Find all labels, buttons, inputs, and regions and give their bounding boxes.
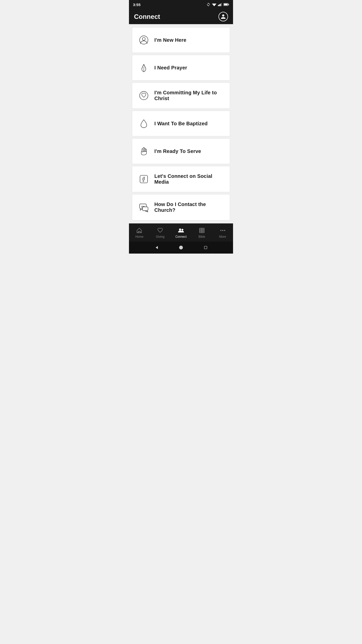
svg-point-25 bbox=[182, 229, 183, 230]
new-here-label: I'm New Here bbox=[154, 37, 186, 43]
more-icon bbox=[219, 227, 226, 234]
svg-point-40 bbox=[179, 246, 183, 250]
wifi-icon bbox=[212, 3, 216, 6]
baptized-label: I Want To Be Baptized bbox=[154, 121, 208, 127]
svg-rect-4 bbox=[221, 3, 222, 6]
contact-item[interactable]: How Do I Contact the Church? bbox=[132, 194, 230, 220]
nav-connect-label: Connect bbox=[175, 235, 187, 238]
need-prayer-item[interactable]: I Need Prayer bbox=[132, 55, 230, 80]
giving-icon bbox=[157, 227, 164, 234]
praying-hands-icon bbox=[138, 62, 149, 73]
svg-marker-39 bbox=[156, 246, 158, 249]
commit-christ-label: I'm Committing My Life to Christ bbox=[154, 90, 224, 101]
svg-rect-6 bbox=[229, 4, 229, 5]
svg-point-24 bbox=[179, 228, 181, 230]
svg-marker-0 bbox=[212, 4, 216, 6]
svg-point-38 bbox=[224, 230, 225, 231]
social-media-item[interactable]: Let's Connect on Social Media bbox=[132, 166, 230, 192]
status-icons bbox=[206, 3, 229, 7]
nav-home[interactable]: Home bbox=[129, 224, 150, 242]
nav-bible[interactable]: Bible bbox=[191, 224, 212, 242]
svg-rect-41 bbox=[204, 246, 207, 249]
need-prayer-label: I Need Prayer bbox=[154, 65, 187, 71]
new-here-item[interactable]: I'm New Here bbox=[132, 27, 230, 53]
profile-avatar-button[interactable] bbox=[218, 12, 228, 21]
nav-connect[interactable]: Connect bbox=[171, 224, 192, 242]
svg-point-37 bbox=[222, 230, 223, 231]
nav-more-label: More bbox=[219, 235, 226, 238]
connect-icon bbox=[177, 227, 185, 234]
facebook-icon bbox=[138, 174, 149, 185]
svg-rect-15 bbox=[142, 149, 143, 152]
svg-point-8 bbox=[140, 36, 148, 44]
svg-rect-21 bbox=[139, 231, 140, 233]
nav-giving-label: Giving bbox=[156, 235, 164, 238]
svg-rect-7 bbox=[224, 4, 228, 5]
back-button[interactable] bbox=[154, 245, 159, 250]
serve-item[interactable]: I'm Ready To Serve bbox=[132, 138, 230, 164]
svg-rect-1 bbox=[218, 5, 219, 6]
nav-giving[interactable]: Giving bbox=[150, 224, 171, 242]
commit-christ-item[interactable]: I'm Committing My Life to Christ bbox=[132, 83, 230, 109]
svg-rect-3 bbox=[220, 4, 221, 6]
serve-label: I'm Ready To Serve bbox=[154, 148, 201, 154]
signal-icon bbox=[218, 3, 222, 6]
nav-more[interactable]: More bbox=[212, 224, 233, 242]
nav-bible-label: Bible bbox=[198, 235, 205, 238]
android-nav-bar bbox=[129, 242, 233, 254]
bible-icon bbox=[198, 227, 205, 234]
home-button[interactable] bbox=[178, 245, 184, 250]
social-media-label: Let's Connect on Social Media bbox=[154, 173, 224, 185]
svg-point-36 bbox=[220, 230, 221, 231]
svg-rect-2 bbox=[219, 4, 220, 6]
person-icon bbox=[220, 14, 226, 19]
svg-point-11 bbox=[140, 91, 148, 100]
nav-home-label: Home bbox=[135, 235, 143, 238]
status-bar: 3:55 bbox=[129, 0, 233, 9]
home-icon bbox=[136, 227, 143, 234]
page-title: Connect bbox=[134, 13, 160, 21]
app-header: Connect bbox=[129, 9, 233, 24]
baptized-item[interactable]: I Want To Be Baptized bbox=[132, 111, 230, 136]
svg-point-9 bbox=[142, 37, 145, 41]
heart-circle-icon bbox=[138, 90, 149, 101]
bottom-navigation: Home Giving Connect bbox=[129, 223, 233, 242]
status-time: 3:55 bbox=[133, 3, 141, 7]
raised-hand-icon bbox=[138, 146, 149, 157]
svg-rect-20 bbox=[143, 207, 148, 211]
connect-list: I'm New Here I Need Prayer I'm Committin… bbox=[129, 24, 233, 223]
recents-button[interactable] bbox=[203, 245, 208, 250]
sync-icon bbox=[206, 3, 210, 7]
water-drop-icon bbox=[138, 118, 149, 129]
person-circle-icon bbox=[138, 34, 149, 46]
contact-label: How Do I Contact the Church? bbox=[154, 202, 224, 213]
battery-icon bbox=[223, 3, 229, 6]
chat-bubble-icon bbox=[138, 202, 149, 213]
